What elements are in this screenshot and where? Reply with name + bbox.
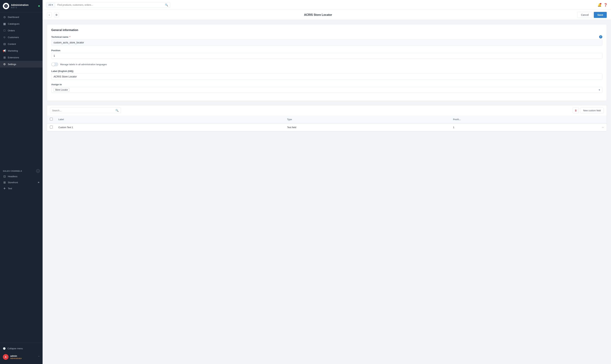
- label-field-label: Label (English (GB)): [51, 70, 602, 72]
- custom-fields-section: 🔍 🗑 New custom field: [47, 105, 607, 131]
- storefront-label: Storefront: [8, 181, 18, 184]
- search-input[interactable]: [55, 2, 163, 7]
- sidebar-item-dashboard[interactable]: ⊙ Dashboard: [0, 14, 42, 20]
- dashboard-icon: ⊙: [3, 15, 6, 19]
- search-filter-dropdown[interactable]: All ▾: [46, 2, 55, 7]
- custom-fields-table: Label Type Positi...: [47, 116, 607, 131]
- search-filter-chevron-icon: ▾: [52, 3, 53, 6]
- search-button[interactable]: 🔍: [163, 2, 170, 7]
- clock-icon: 🕐: [3, 347, 6, 350]
- sidebar-item-label: Orders: [8, 29, 15, 32]
- sales-channels-section: Sales Channels + ⊡ Headless ⊞ Storefront…: [0, 164, 42, 194]
- collapse-menu-label: Collapse menu: [7, 347, 23, 350]
- cancel-button[interactable]: Cancel: [577, 12, 593, 18]
- test-icon: ✈: [3, 187, 6, 190]
- row-position-cell: 1: [450, 123, 599, 131]
- sales-channels-header: Sales Channels +: [0, 166, 42, 173]
- sidebar-item-storefront[interactable]: ⊞ Storefront 👁: [0, 180, 42, 185]
- orders-icon: □: [3, 29, 6, 32]
- label-field-input[interactable]: [51, 74, 602, 79]
- general-info-card: General information Technical name * ? P…: [47, 24, 607, 101]
- sidebar-item-content[interactable]: ⊟ Content: [0, 40, 42, 47]
- app-logo: [3, 3, 9, 9]
- page-header: ‹ ⚙ ACRIS Store Locator Cancel Save: [42, 10, 611, 20]
- row-actions-cell[interactable]: ···: [599, 123, 607, 131]
- position-group: Position: [51, 49, 602, 59]
- collapse-menu-button[interactable]: 🕐 Collapse menu: [3, 346, 40, 351]
- sidebar-item-extensions[interactable]: ⊞ Extensions: [0, 54, 42, 61]
- sidebar-item-settings[interactable]: ⚙ Settings: [0, 61, 42, 67]
- sales-channels-header-row: Sales Channels +: [3, 169, 40, 173]
- assign-to-tag: Store Locator: [54, 88, 69, 92]
- sidebar-footer: 🕐 Collapse menu A admin Administrator ⌃: [0, 343, 42, 364]
- help-icon[interactable]: ❓: [604, 3, 608, 7]
- headless-icon: ⊡: [3, 175, 6, 178]
- sidebar-item-catalogues[interactable]: ▦ Catalogues: [0, 20, 42, 27]
- select-all-checkbox[interactable]: [50, 118, 53, 120]
- user-name: admin: [10, 355, 36, 357]
- sidebar-item-headless[interactable]: ⊡ Headless: [0, 173, 42, 180]
- main-nav: ⊙ Dashboard ▦ Catalogues □ Orders ☺ Cust…: [0, 12, 42, 164]
- table-row: Custom Text 1 Text field 1 ···: [47, 123, 607, 131]
- notification-badge: [600, 3, 601, 4]
- sidebar-item-marketing[interactable]: 📢 Marketing: [0, 47, 42, 54]
- required-indicator: *: [69, 36, 70, 38]
- assign-to-group: Assign to Store Locator ▾: [51, 83, 602, 93]
- label-field-group: Label (English (GB)): [51, 70, 602, 79]
- technical-name-group: Technical name * ?: [51, 35, 602, 46]
- position-column-header[interactable]: Positi...: [450, 116, 599, 123]
- add-sales-channel-button[interactable]: +: [36, 169, 40, 173]
- page-settings-button[interactable]: ⚙: [54, 13, 59, 17]
- storefront-icon: ⊞: [3, 181, 6, 184]
- row-checkbox[interactable]: [50, 126, 53, 129]
- table-search-input[interactable]: [50, 108, 113, 113]
- label-column-header[interactable]: Label: [55, 116, 284, 123]
- type-column-header[interactable]: Type: [284, 116, 450, 123]
- search-filter-label: All: [48, 3, 51, 6]
- app-title-group: Administration 6.6.7.1: [11, 3, 28, 9]
- user-details: admin Administrator: [10, 355, 36, 359]
- test-label: Test: [8, 187, 12, 190]
- general-info-title: General information: [51, 28, 602, 32]
- new-custom-field-button[interactable]: New custom field: [580, 108, 604, 113]
- manage-labels-toggle[interactable]: [51, 62, 58, 66]
- user-chevron-icon: ⌃: [38, 356, 40, 358]
- row-label-cell: Custom Text 1: [55, 123, 284, 131]
- catalogues-icon: ▦: [3, 22, 6, 25]
- sidebar-item-label: Content: [8, 43, 16, 45]
- notifications-icon[interactable]: 🔔: [597, 3, 601, 7]
- sidebar-item-orders[interactable]: □ Orders: [0, 27, 42, 34]
- row-checkbox-cell: [47, 123, 55, 131]
- search-bar: All ▾ 🔍: [46, 2, 170, 8]
- online-indicator: [38, 5, 40, 7]
- sidebar: Administration 6.6.7.1 ⊙ Dashboard ▦ Cat…: [0, 0, 42, 364]
- app-version: 6.6.7.1: [11, 6, 28, 9]
- save-button[interactable]: Save: [594, 12, 607, 18]
- toggle-row: Manage labels in all administration lang…: [51, 62, 602, 66]
- user-info[interactable]: A admin Administrator ⌃: [3, 353, 40, 361]
- assign-to-chevron-icon: ▾: [599, 89, 600, 91]
- sidebar-item-test[interactable]: ✈ Test: [0, 185, 42, 192]
- back-button[interactable]: ‹: [47, 13, 52, 17]
- delete-button[interactable]: 🗑: [573, 107, 579, 113]
- content-area: General information Technical name * ? P…: [42, 20, 611, 364]
- toggle-thumb: [52, 63, 55, 66]
- toggle-label: Manage labels in all administration lang…: [60, 63, 107, 66]
- sidebar-item-label: Catalogues: [8, 23, 19, 25]
- header-actions: Cancel Save: [577, 12, 607, 18]
- main-area: All ▾ 🔍 🔔 ❓ ‹ ⚙ ACRIS Store Locator Canc…: [42, 0, 611, 364]
- customers-icon: ☺: [3, 36, 6, 39]
- assign-to-dropdown[interactable]: Store Locator ▾: [51, 87, 602, 93]
- sidebar-header: Administration 6.6.7.1: [0, 0, 42, 12]
- marketing-icon: 📢: [3, 49, 6, 52]
- row-type-cell: Text field: [284, 123, 450, 131]
- position-input[interactable]: [51, 53, 602, 59]
- technical-name-info-icon[interactable]: ?: [599, 35, 602, 39]
- actions-column-header: [599, 116, 607, 123]
- checkbox-column-header: [47, 116, 55, 123]
- table-header-row: Label Type Positi...: [47, 116, 607, 123]
- technical-name-input[interactable]: [51, 39, 602, 46]
- sidebar-item-label: Marketing: [8, 50, 18, 52]
- sales-channels-label: Sales Channels: [3, 170, 22, 172]
- sidebar-item-customers[interactable]: ☺ Customers: [0, 34, 42, 40]
